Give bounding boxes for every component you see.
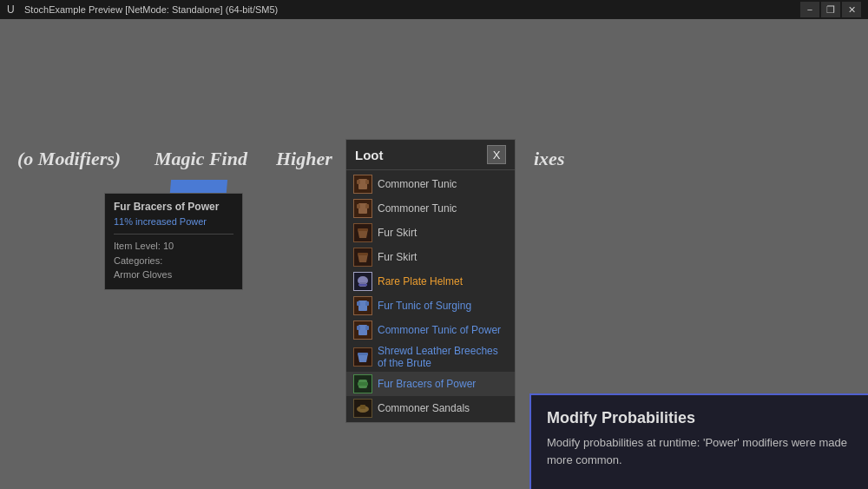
svg-rect-24 [360, 405, 365, 409]
loot-modal: Loot X Commoner Tunic Commoner Tunic [345, 139, 516, 423]
loot-modal-title: Loot [355, 148, 383, 162]
item-name: Fur Bracers of Power [378, 378, 476, 390]
bg-label-ixes: ixes [534, 148, 564, 170]
item-icon [353, 272, 372, 291]
bottom-panel-description: Modify probabilities at runtime: 'Power'… [547, 434, 852, 468]
list-item[interactable]: Fur Bracers of Power [346, 372, 515, 396]
item-name: Fur Skirt [378, 227, 417, 239]
svg-rect-18 [365, 326, 369, 330]
svg-rect-17 [357, 326, 360, 330]
loot-close-button[interactable]: X [487, 145, 506, 164]
bottom-panel-title: Modify Probabilities [547, 409, 852, 427]
item-name: Fur Tunic of Surging [378, 300, 471, 312]
tooltip-modifier: 11% increased Power [114, 216, 233, 227]
title-bar: U StochExample Preview [NetMode: Standal… [0, 0, 868, 19]
item-name: Shrewd Leather Breeches of the Brute [378, 345, 508, 369]
svg-rect-2 [365, 180, 369, 184]
list-item[interactable]: Commoner Tunic [346, 172, 515, 196]
item-icon [353, 175, 372, 194]
app-icon: U [7, 3, 19, 16]
item-tooltip: Fur Bracers of Power 11% increased Power… [104, 193, 243, 290]
bg-label-magic-find: Magic Find [155, 148, 247, 170]
list-item[interactable]: Commoner Sandals [346, 396, 515, 420]
item-icon [353, 248, 372, 267]
bg-label-modifiers: (o Modifiers) [17, 148, 121, 170]
list-item[interactable]: Rare Plate Helmet [346, 269, 515, 294]
list-item[interactable]: Fur Tunic of Surging [346, 294, 515, 318]
tooltip-item-name: Fur Bracers of Power [114, 201, 233, 213]
tooltip-info: Item Level: 10 Categories: Armor Gloves [114, 239, 233, 282]
svg-rect-7 [358, 228, 368, 231]
svg-rect-9 [358, 253, 368, 255]
item-icon [353, 399, 372, 418]
item-name: Commoner Tunic [378, 178, 457, 190]
tooltip-divider [114, 234, 233, 235]
list-item[interactable]: Commoner Tunic of Power [346, 318, 515, 342]
item-icon [353, 199, 372, 218]
svg-rect-5 [365, 204, 369, 208]
minimize-button[interactable]: − [800, 2, 819, 17]
title-bar-text: StochExample Preview [NetMode: Standalon… [24, 4, 278, 15]
item-name: Rare Plate Helmet [378, 275, 463, 287]
bottom-panel: Modify Probabilities Modify probabilitie… [529, 393, 868, 489]
item-name: Commoner Sandals [378, 402, 470, 414]
item-icon [353, 320, 372, 340]
svg-rect-1 [357, 180, 360, 184]
title-bar-left: U StochExample Preview [NetMode: Standal… [7, 3, 278, 16]
item-name: Fur Skirt [378, 251, 417, 263]
svg-rect-22 [358, 382, 368, 386]
item-icon [353, 374, 372, 393]
svg-rect-15 [365, 301, 369, 306]
background: (o Modifiers) Magic Find Higher ixes Loo… [0, 19, 868, 489]
loot-modal-header: Loot X [346, 140, 515, 170]
item-icon [353, 347, 372, 367]
bg-label-higher: Higher [276, 148, 332, 170]
title-bar-controls: − ❐ ✕ [800, 2, 861, 17]
list-item[interactable]: Fur Skirt [346, 245, 515, 269]
item-name: Commoner Tunic [378, 202, 457, 215]
restore-button[interactable]: ❐ [821, 2, 840, 17]
close-button[interactable]: ✕ [842, 2, 861, 17]
svg-rect-4 [357, 204, 360, 208]
svg-rect-20 [358, 353, 368, 355]
svg-rect-12 [358, 284, 367, 286]
svg-rect-14 [357, 301, 360, 306]
item-name: Commoner Tunic of Power [378, 324, 501, 336]
list-item[interactable]: Fur Skirt [346, 221, 515, 245]
item-icon [353, 223, 372, 242]
tooltip-categories-label: Categories: [114, 255, 162, 266]
list-item[interactable]: Shrewd Leather Breeches of the Brute [346, 342, 515, 372]
list-item[interactable]: Commoner Tunic [346, 196, 515, 221]
item-icon [353, 296, 372, 315]
tooltip-level-value: 10 [163, 241, 174, 251]
loot-list: Commoner Tunic Commoner Tunic Fur Skirt [346, 170, 515, 422]
tooltip-level-label: Item Level: [114, 241, 161, 251]
tooltip-categories-value: Armor Gloves [114, 269, 172, 280]
